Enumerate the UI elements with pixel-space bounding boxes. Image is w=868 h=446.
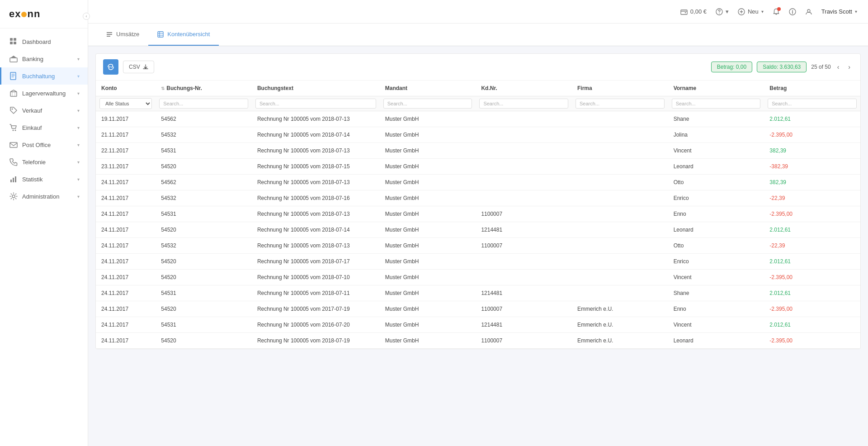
table-row: 24.11.201754532Rechnung Nr 100005 vom 20… (96, 238, 860, 254)
sidebar-item-label: Banking (22, 56, 77, 62)
table-cell (476, 190, 572, 206)
sidebar-item-telefonie[interactable]: Telefonie ▾ (0, 153, 88, 171)
sidebar-toggle-button[interactable]: ‹ (83, 13, 90, 20)
table-cell: 54531 (156, 143, 252, 159)
buchungs-nr-filter-input[interactable] (159, 99, 248, 109)
col-buchungstext: Buchungstext (252, 81, 380, 96)
table-cell: 1214481 (476, 222, 572, 238)
notification-button[interactable] (773, 8, 780, 15)
table-row: 24.11.201754520Rechnung Nr 100005 vom 20… (96, 333, 860, 349)
filter-buchungs-nr (156, 96, 252, 111)
table-cell (476, 175, 572, 190)
tab-label: Kontenübersicht (167, 31, 210, 38)
filter-firma (572, 96, 668, 111)
info-button[interactable] (789, 8, 796, 15)
table-cell: Muster GmbH (380, 285, 476, 301)
gear-icon (9, 192, 18, 200)
sidebar-item-statistik[interactable]: Statistik ▾ (0, 171, 88, 188)
table-cell: 2.012,61 (764, 254, 860, 270)
table-cell: Rechnung Nr 100005 vom 2018-07-10 (252, 270, 380, 285)
plus-icon (738, 8, 745, 15)
table-cell: Emmerich e.U. (572, 317, 668, 333)
toolbar-right: Betrag: 0,00 Saldo: 3.630,63 25 of 50 ‹ … (711, 62, 853, 72)
buchungstext-filter-input[interactable] (255, 99, 376, 109)
csv-button[interactable]: CSV (123, 61, 154, 73)
table-cell: Muster GmbH (380, 159, 476, 175)
betrag-badge: Betrag: 0,00 (711, 62, 752, 72)
table-cell: 1100007 (476, 333, 572, 349)
table-cell: -2.395,00 (764, 127, 860, 143)
tab-kontenoversicht[interactable]: Kontenübersicht (148, 24, 219, 46)
table-cell: Vincent (668, 143, 764, 159)
svg-rect-15 (13, 178, 14, 182)
table-cell: 54562 (156, 111, 252, 127)
table-cell: Muster GmbH (380, 317, 476, 333)
vorname-filter-input[interactable] (672, 99, 761, 109)
user-menu[interactable]: Travis Scott ▾ (821, 8, 857, 15)
table-cell: Shane (668, 111, 764, 127)
table-cell: -2.395,00 (764, 301, 860, 317)
sidebar-item-verkauf[interactable]: Verkauf ▾ (0, 102, 88, 119)
refresh-button[interactable] (103, 59, 118, 75)
filter-betrag (764, 96, 860, 111)
table-cell (476, 127, 572, 143)
table-cell: 54520 (156, 333, 252, 349)
sidebar-item-post-office[interactable]: Post Office ▾ (0, 136, 88, 153)
table-cell: 1100007 (476, 301, 572, 317)
account-button[interactable] (805, 8, 812, 15)
pagination: 25 of 50 ‹ › (811, 62, 853, 71)
table-cell: Rechnung Nr 100005 vom 2018-07-13 (252, 143, 380, 159)
svg-point-21 (719, 13, 720, 14)
kd-nr-filter-input[interactable] (479, 99, 568, 109)
col-buchungs-nr[interactable]: ⇅Buchungs-Nr. (156, 81, 252, 96)
svg-rect-2 (10, 42, 13, 44)
table-cell: 54532 (156, 190, 252, 206)
table-cell (572, 206, 668, 222)
table-filter-row: Alle Status (96, 96, 860, 111)
svg-point-17 (12, 195, 15, 198)
sidebar-item-administration[interactable]: Administration ▾ (0, 188, 88, 205)
table-cell: 24.11.2017 (96, 317, 156, 333)
table-cell: Otto (668, 175, 764, 190)
filter-mandant (380, 96, 476, 111)
table-cell: Enrico (668, 190, 764, 206)
table-cell: 54520 (156, 270, 252, 285)
grid-icon (9, 38, 18, 46)
pagination-prev-button[interactable]: ‹ (835, 62, 842, 71)
sidebar-item-lagerverwaltung[interactable]: Lagerverwaltung ▾ (0, 85, 88, 102)
help-menu[interactable]: ▾ (716, 8, 729, 15)
table-cell: 2.012,61 (764, 317, 860, 333)
table-container: CSV Betrag: 0,00 Saldo: 3.630,63 25 of 5… (88, 46, 868, 446)
main-content: 0,00 € ▾ Neu ▾ Travis Scott ▾ Umsät (88, 0, 868, 446)
sidebar: exnn Dashboard Banking ▾ Buchhaltung ▾ L… (0, 0, 88, 446)
svg-rect-28 (158, 32, 163, 37)
tab-umsatze[interactable]: Umsätze (97, 24, 148, 46)
svg-rect-6 (13, 59, 14, 61)
betrag-filter-input[interactable] (768, 99, 857, 109)
table-cell: Rechnung Nr 100005 vom 2018-07-19 (252, 333, 380, 349)
table-cell: Shane (668, 285, 764, 301)
svg-rect-9 (10, 92, 17, 96)
sidebar-item-banking[interactable]: Banking ▾ (0, 50, 88, 67)
table-cell: Rechnung Nr 100005 vom 2016-07-20 (252, 317, 380, 333)
download-icon (143, 64, 148, 70)
phone-icon (9, 158, 18, 166)
table-cell: 24.11.2017 (96, 222, 156, 238)
table-row: 24.11.201754531Rechnung Nr 100005 vom 20… (96, 317, 860, 333)
sidebar-item-buchhaltung[interactable]: Buchhaltung ▾ (0, 67, 88, 85)
neu-button[interactable]: Neu ▾ (738, 8, 764, 15)
sidebar-item-dashboard[interactable]: Dashboard (0, 33, 88, 50)
wallet-icon (680, 8, 688, 15)
firma-filter-input[interactable] (576, 99, 665, 109)
chevron-down-icon: ▾ (77, 108, 80, 113)
table-cell: Muster GmbH (380, 111, 476, 127)
table-cell: Rechnung Nr 100005 vom 2018-07-13 (252, 206, 380, 222)
status-filter-select[interactable]: Alle Status (99, 98, 152, 109)
sidebar-item-einkauf[interactable]: Einkauf ▾ (0, 119, 88, 136)
table-cell: Leonard (668, 333, 764, 349)
svg-point-12 (15, 130, 16, 131)
pagination-label: 25 of 50 (811, 64, 830, 70)
table-cell: 21.11.2017 (96, 127, 156, 143)
pagination-next-button[interactable]: › (845, 62, 853, 71)
mandant-filter-input[interactable] (383, 99, 472, 109)
